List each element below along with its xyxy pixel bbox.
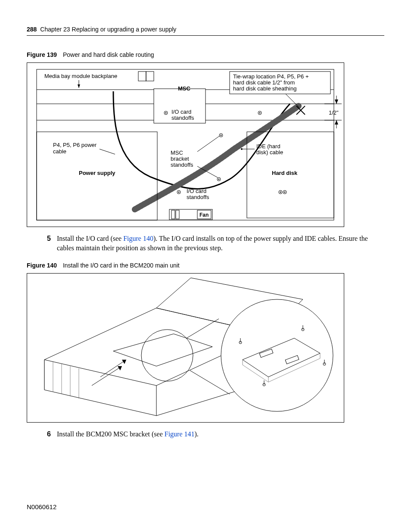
step-body: Install the I/O card (see Figure 140). T…	[57, 234, 384, 252]
svg-line-73	[190, 370, 230, 394]
svg-text:hard disk cable sheathing: hard disk cable sheathing	[233, 85, 296, 92]
figure-number: Figure 139	[27, 51, 57, 58]
svg-line-72	[187, 319, 219, 338]
svg-text:I/O card: I/O card	[187, 188, 206, 194]
svg-point-37	[218, 179, 220, 180]
svg-marker-16	[335, 120, 338, 124]
svg-text:Hard disk: Hard disk	[272, 170, 298, 176]
svg-point-54	[280, 192, 281, 193]
svg-text:I/O card: I/O card	[171, 109, 191, 115]
svg-text:bracket: bracket	[171, 156, 189, 162]
figure-number: Figure 140	[27, 262, 57, 269]
svg-text:1/2": 1/2"	[329, 109, 339, 116]
svg-text:MSC: MSC	[178, 85, 191, 92]
svg-point-35	[221, 135, 222, 136]
figure-title: Power and hard disk cable routing	[63, 51, 154, 58]
svg-text:standoffs: standoffs	[171, 115, 194, 121]
figure-140-caption: Figure 140 Install the I/O card in the B…	[27, 262, 384, 269]
doc-id: N0060612	[27, 503, 56, 510]
svg-rect-63	[176, 210, 179, 219]
svg-text:MSC: MSC	[171, 149, 183, 156]
step-number: 5	[27, 234, 57, 252]
figure-title: Install the I/O card in the BCM200 main …	[63, 262, 180, 269]
svg-point-25	[259, 112, 261, 114]
svg-point-23	[165, 112, 167, 114]
page: 288 Chapter 23 Replacing or upgrading a …	[0, 0, 411, 532]
svg-point-52	[178, 192, 180, 193]
svg-text:IDE (hard: IDE (hard	[256, 143, 280, 149]
svg-line-42	[197, 136, 219, 152]
svg-point-56	[284, 192, 286, 193]
step-number: 6	[27, 429, 57, 439]
svg-line-67	[100, 360, 126, 377]
page-number: 288	[27, 26, 37, 33]
link-figure-141[interactable]: Figure 141	[165, 430, 195, 438]
svg-point-46	[241, 148, 243, 150]
svg-text:standoffs: standoffs	[187, 194, 209, 200]
svg-line-69	[92, 366, 122, 386]
svg-text:hard disk cable 1/2" from: hard disk cable 1/2" from	[233, 79, 295, 86]
svg-rect-4	[138, 72, 146, 81]
svg-text:cable: cable	[53, 148, 66, 155]
running-header: 288 Chapter 23 Replacing or upgrading a …	[27, 26, 384, 36]
step-6: 6 Install the BCM200 MSC bracket (see Fi…	[27, 429, 384, 439]
svg-marker-66	[113, 334, 212, 366]
figure-140	[27, 273, 344, 423]
svg-text:Media bay module backplane: Media bay module backplane	[44, 73, 117, 79]
svg-point-74	[221, 299, 333, 411]
svg-text:disk) cable: disk) cable	[256, 149, 283, 156]
svg-marker-68	[122, 360, 126, 364]
figure-139-caption: Figure 139 Power and hard disk cable rou…	[27, 51, 384, 58]
svg-text:P4, P5, P6 power: P4, P5, P6 power	[53, 142, 97, 148]
svg-rect-5	[146, 72, 154, 81]
svg-text:standoffs: standoffs	[171, 162, 193, 168]
svg-line-33	[100, 149, 115, 154]
svg-point-71	[141, 330, 193, 381]
svg-marker-20	[78, 84, 80, 88]
step-5: 5 Install the I/O card (see Figure 140).…	[27, 234, 384, 252]
svg-text:Power supply: Power supply	[79, 170, 115, 176]
figure-139: Tie-wrap location P4, P5, P6 + hard disk…	[27, 62, 344, 227]
svg-text:Fan: Fan	[199, 212, 209, 218]
link-figure-140[interactable]: Figure 140	[123, 235, 153, 242]
svg-marker-14	[335, 100, 338, 104]
step-body: Install the BCM200 MSC bracket (see Figu…	[57, 429, 384, 439]
svg-rect-62	[171, 210, 175, 219]
chapter-title: Chapter 23 Replacing or upgrading a powe…	[40, 26, 176, 33]
svg-text:Tie-wrap location P4, P5, P6 +: Tie-wrap location P4, P5, P6 +	[233, 73, 308, 80]
